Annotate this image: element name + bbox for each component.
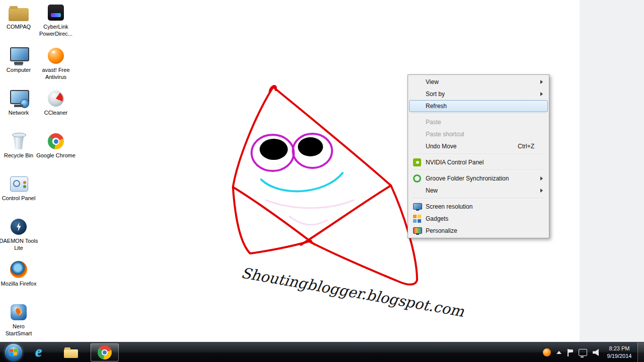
windows-logo-icon (10, 348, 18, 356)
system-tray (543, 342, 600, 362)
desktop-icon-firefox[interactable]: Mozilla Firefox (0, 260, 38, 287)
menu-item-refresh[interactable]: Refresh (409, 100, 548, 112)
network-icon (8, 89, 29, 108)
ccleaner-icon (45, 89, 66, 108)
menu-item-paste-shortcut[interactable]: Paste shortcut (409, 128, 548, 140)
desktop-icon-control-panel[interactable]: Control Panel (0, 174, 38, 202)
menu-separator (412, 198, 545, 199)
network-status-icon[interactable] (579, 349, 587, 356)
show-hidden-icons-button[interactable] (556, 351, 561, 354)
menu-item-new[interactable]: New (409, 185, 548, 197)
desktop-icon-label: CyberLink PowerDirec... (36, 23, 75, 37)
desktop-icon-label: CCleaner (36, 109, 75, 116)
menu-item-gadgets[interactable]: Gadgets (409, 213, 548, 225)
menu-separator (412, 154, 545, 155)
action-center-icon[interactable] (567, 349, 573, 356)
desktop-icon-label: Google Chrome (36, 152, 75, 159)
control-panel-icon (8, 174, 29, 194)
gadgets-icon (413, 215, 421, 223)
desktop-icon-label: Computer (0, 66, 38, 73)
taskbar: 8:23 PM 9/19/2014 (0, 342, 644, 362)
wallpaper-edge (580, 0, 644, 342)
desktop-icon-label: Control Panel (0, 195, 38, 202)
submenu-arrow-icon (540, 189, 543, 193)
cyberlink-icon (45, 3, 66, 22)
menu-separator (412, 114, 545, 115)
chrome-icon (45, 132, 66, 151)
nero-icon (8, 303, 29, 322)
taskbar-internet-explorer-button[interactable] (29, 343, 52, 361)
desktop-icon-cyberlink[interactable]: CyberLink PowerDirec... (36, 3, 75, 37)
menu-item-undo-move[interactable]: Undo Move Ctrl+Z (409, 140, 548, 152)
menu-item-view[interactable]: View (409, 76, 548, 88)
chrome-icon (98, 345, 112, 359)
internet-explorer-icon (33, 345, 48, 360)
desktop-icon-daemon-tools[interactable]: DAEMON Tools Lite (0, 217, 38, 251)
daemon-tools-icon (8, 217, 29, 236)
firefox-icon (8, 260, 29, 279)
desktop-icon-network[interactable]: Network (0, 89, 38, 116)
desktop-icon-chrome[interactable]: Google Chrome (36, 132, 75, 159)
menu-item-groove-folder-sync[interactable]: Groove Folder Synchronization (409, 172, 548, 185)
desktop-icon-recycle-bin[interactable]: Recycle Bin (0, 132, 38, 159)
taskbar-chrome-button[interactable] (91, 343, 119, 361)
menu-separator (412, 170, 545, 171)
submenu-arrow-icon (540, 80, 543, 84)
nvidia-icon (413, 158, 421, 166)
explorer-folder-icon (63, 346, 78, 358)
desktop-icon-label: Mozilla Firefox (0, 280, 38, 287)
desktop-icon-label: Recycle Bin (0, 152, 38, 159)
submenu-arrow-icon (540, 92, 543, 96)
desktop-icon-nero[interactable]: Nero StartSmart (0, 303, 38, 337)
desktop-icon-avast[interactable]: avast! Free Antivirus (36, 46, 75, 80)
desktop-icon-computer[interactable]: Computer (0, 46, 38, 73)
start-button[interactable] (5, 344, 22, 361)
desktop-icon-ccleaner[interactable]: CCleaner (36, 89, 75, 116)
desktop-icon-label: DAEMON Tools Lite (0, 237, 38, 251)
folder-icon (8, 3, 29, 22)
desktop: Shoutingblogger.blogspot.com COMPAQ Comp… (0, 0, 644, 342)
desktop-icon-label: Network (0, 109, 38, 116)
menu-item-personalize[interactable]: Personalize (409, 225, 548, 237)
clock-date: 9/19/2014 (603, 352, 636, 360)
groove-icon (413, 174, 421, 183)
taskbar-explorer-button[interactable] (59, 343, 83, 361)
desktop-icon-label: Nero StartSmart (0, 323, 38, 337)
recycle-bin-icon (8, 132, 29, 151)
watermark-text: Shoutingblogger.blogspot.com (240, 264, 466, 320)
desktop-icon-compaq[interactable]: COMPAQ (0, 3, 38, 30)
desktop-icon-label: COMPAQ (0, 23, 38, 30)
taskbar-clock[interactable]: 8:23 PM 9/19/2014 (603, 345, 636, 360)
show-desktop-button[interactable] (637, 342, 644, 362)
computer-icon (8, 46, 29, 65)
tray-chrome-icon[interactable] (543, 348, 551, 356)
volume-icon[interactable] (593, 349, 600, 356)
screen-resolution-icon (413, 203, 422, 210)
desktop-context-menu: View Sort by Refresh Paste Paste shortcu… (408, 74, 549, 238)
personalize-icon (413, 227, 422, 234)
menu-item-paste[interactable]: Paste (409, 116, 548, 128)
shortcut-hint: Ctrl+Z (518, 141, 534, 152)
menu-item-sort-by[interactable]: Sort by (409, 88, 548, 100)
submenu-arrow-icon (540, 176, 543, 180)
clock-time: 8:23 PM (603, 345, 636, 352)
menu-item-nvidia-control-panel[interactable]: NVIDIA Control Panel (409, 156, 548, 168)
menu-item-screen-resolution[interactable]: Screen resolution (409, 201, 548, 213)
avast-icon (45, 46, 66, 65)
desktop-icon-label: avast! Free Antivirus (36, 66, 75, 80)
